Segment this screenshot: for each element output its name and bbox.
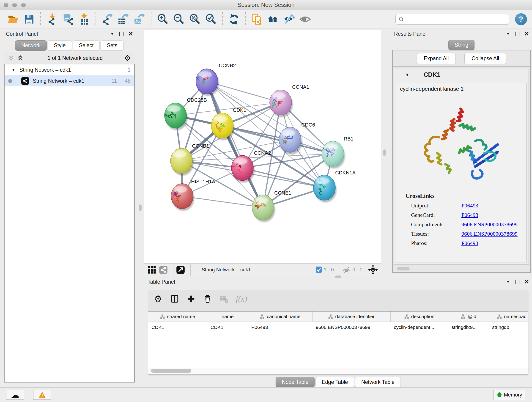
delete-table-icon[interactable] — [219, 294, 229, 304]
export-image-icon[interactable] — [133, 13, 146, 26]
hide-selected-icon[interactable] — [283, 13, 296, 26]
panel-float-icon[interactable] — [119, 32, 123, 36]
open-session-icon[interactable] — [7, 13, 19, 26]
column-header--id[interactable]: @id — [448, 312, 489, 322]
selected-checkbox-icon[interactable] — [316, 267, 322, 273]
network-node-label: CCNA1 — [292, 84, 309, 90]
network-overview-icon[interactable] — [267, 13, 279, 26]
crosslink-link[interactable]: P06493 — [462, 240, 478, 246]
grid-view-icon[interactable] — [147, 265, 156, 274]
minimize-window-button[interactable] — [12, 3, 17, 7]
search-box[interactable] — [395, 14, 509, 25]
zoom-selected-icon[interactable] — [204, 13, 217, 26]
tab-network[interactable]: Network — [15, 40, 47, 51]
warnings-button[interactable] — [33, 390, 51, 400]
gene-section-header[interactable]: ▼ CDK1 — [394, 69, 529, 81]
network-node-CCNE1[interactable]: CCNE1 — [252, 190, 291, 222]
memory-button[interactable]: Memory — [494, 390, 526, 400]
export-table-icon[interactable] — [117, 13, 130, 26]
save-session-icon[interactable] — [23, 13, 36, 26]
column-header-namespac[interactable]: namespac — [489, 312, 528, 322]
delete-column-icon[interactable] — [203, 294, 212, 304]
splitter-handle[interactable] — [335, 275, 341, 278]
network-node-CDC25B[interactable]: CDC25B — [165, 97, 207, 130]
tab-sets[interactable]: Sets — [101, 40, 123, 51]
crosslink-link[interactable]: P06493 — [462, 212, 478, 218]
import-table-icon[interactable] — [78, 13, 91, 26]
panel-close-icon[interactable] — [128, 32, 133, 37]
network-node-CDKN1A[interactable]: CDKN1A — [313, 170, 356, 202]
refresh-icon[interactable] — [228, 13, 240, 26]
add-column-icon[interactable] — [186, 294, 196, 304]
panel-close-icon[interactable] — [525, 279, 529, 285]
tree-expand-icon[interactable]: ▼ — [12, 68, 15, 72]
zoom-fit-icon[interactable] — [188, 13, 201, 26]
network-node-CDC6[interactable]: CDC6 — [279, 122, 315, 154]
column-header-name[interactable]: name — [207, 312, 248, 322]
tab-style[interactable]: Style — [48, 40, 72, 51]
import-database-icon[interactable] — [62, 13, 75, 26]
panel-menu-icon[interactable]: ▼ — [110, 32, 114, 36]
tab-edge-table[interactable]: Edge Table — [316, 377, 354, 387]
table-hscrollbar[interactable] — [148, 368, 528, 374]
export-network-icon[interactable] — [101, 13, 114, 26]
network-node-CCNB2[interactable]: CCNB2 — [196, 63, 236, 96]
close-window-button[interactable] — [4, 3, 8, 7]
tab-node-table[interactable]: Node Table — [276, 377, 315, 387]
crosslink-link[interactable]: 9606.ENSP00000378699 — [462, 231, 518, 237]
cloud-status-button[interactable]: ☁ — [6, 390, 24, 400]
search-input[interactable] — [406, 16, 506, 22]
column-header-canonical-name[interactable]: canonical name — [248, 312, 312, 322]
splitter-handle[interactable] — [383, 149, 386, 156]
network-tree-child-row[interactable]: String Network – cdk1 11 48 — [5, 75, 134, 86]
zoom-window-button[interactable] — [21, 3, 26, 7]
network-node-RB1[interactable]: RB1 — [322, 136, 354, 168]
network-badge-icon[interactable] — [159, 265, 168, 274]
collapse-section-icon[interactable]: ▼ — [405, 72, 409, 77]
table-row[interactable]: CDK1CDK1P064939606.ENSP00000378699cyclin… — [148, 322, 528, 332]
gear-icon[interactable]: ⚙ — [124, 54, 131, 62]
column-header-shared-name[interactable]: shared name — [148, 312, 207, 322]
column-header-database-identifier[interactable]: database identifier — [312, 312, 391, 322]
expand-all-icon[interactable] — [17, 55, 24, 61]
show-all-icon[interactable] — [299, 13, 312, 26]
tab-string[interactable]: String — [448, 40, 475, 50]
zoom-in-icon[interactable] — [156, 13, 169, 26]
warning-icon — [38, 391, 46, 399]
zoom-out-icon[interactable] — [172, 13, 185, 26]
network-status-dot — [8, 79, 12, 83]
network-node-HIST1H1A[interactable]: HIST1H1A — [171, 179, 215, 211]
network-view-toolbar: String Network – cdk1 1 - 0 0 - 0 — [144, 263, 381, 276]
crosslink-link[interactable]: 9606.ENSP00000378699 — [462, 221, 518, 228]
expand-all-button[interactable]: Expand All — [417, 53, 456, 64]
collapse-all-button[interactable]: Collapse All — [464, 53, 506, 64]
pan-mode-icon[interactable] — [368, 265, 378, 275]
show-columns-icon[interactable] — [170, 294, 179, 304]
network-tree-root-row[interactable]: ▼ String Network – cdk1 1 — [5, 64, 134, 75]
network-node-CCNA1[interactable]: CCNA1 — [270, 84, 309, 117]
table-settings-icon[interactable]: ⚙ — [153, 294, 163, 304]
gene-description: cyclin-dependent kinase 1 — [396, 83, 526, 93]
panel-menu-icon[interactable]: ▼ — [506, 280, 510, 284]
network-edge-CCNE1-HIST1H1A — [182, 196, 263, 207]
gene-card: cyclin-dependent kinase 1 — [396, 83, 527, 262]
panel-menu-icon[interactable]: ▼ — [506, 32, 510, 36]
hscroll-thumb[interactable] — [151, 369, 191, 373]
tab-select[interactable]: Select — [73, 40, 100, 51]
collapse-all-icon[interactable] — [8, 55, 15, 61]
import-network-icon[interactable] — [46, 13, 59, 26]
panel-float-icon[interactable] — [515, 280, 519, 284]
detach-view-icon[interactable] — [176, 265, 185, 274]
tab-network-table[interactable]: Network Table — [355, 377, 401, 387]
splitter-handle[interactable] — [139, 204, 142, 211]
panel-float-icon[interactable] — [515, 32, 519, 36]
column-header-description[interactable]: description — [391, 312, 448, 322]
help-icon[interactable]: ? — [515, 13, 527, 25]
crosslink-link[interactable]: P06493 — [462, 203, 478, 209]
crosslink-label: Tissues: — [411, 231, 462, 237]
clone-network-icon[interactable] — [251, 13, 264, 26]
panel-close-icon[interactable] — [525, 32, 529, 37]
network-canvas[interactable]: CCNB2CCNA1CDC25BCDK1CDC6RB1CCNB1CCNA2CDK… — [144, 30, 381, 263]
network-node-label: CCNA2 — [254, 150, 271, 156]
results-hscroll-thumb[interactable] — [397, 267, 410, 270]
